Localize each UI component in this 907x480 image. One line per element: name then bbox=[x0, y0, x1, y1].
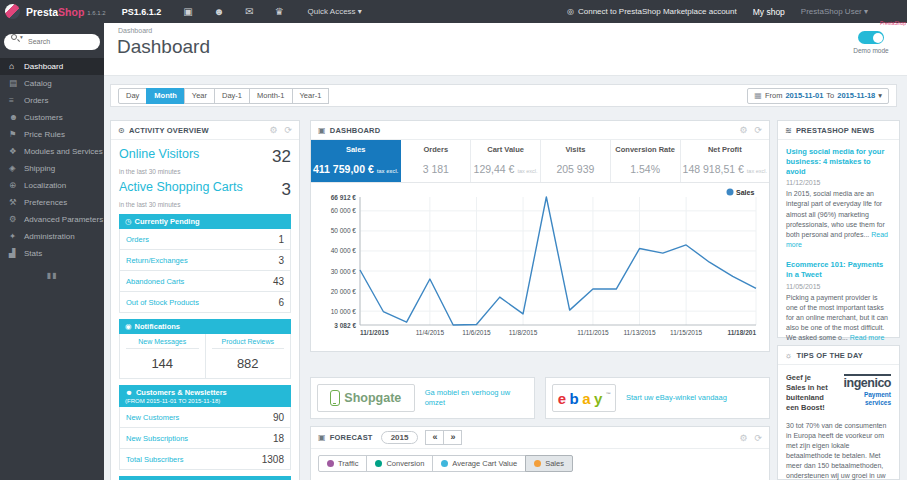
demo-mode-toggle[interactable] bbox=[858, 31, 884, 44]
clock-icon: ◷ bbox=[125, 217, 132, 226]
search-scope-caret-icon[interactable]: ▾ bbox=[20, 34, 23, 40]
online-visitors-link[interactable]: Online Visitors bbox=[119, 147, 199, 167]
kpi-tab-sales[interactable]: Sales411 759,00 € tax excl. bbox=[311, 140, 401, 182]
sidebar-item-catalog[interactable]: ▤Catalog bbox=[0, 75, 104, 92]
avatar[interactable]: PrestaShop bbox=[884, 2, 903, 21]
sidebar-item-modules[interactable]: ❖Modules and Services bbox=[0, 143, 104, 160]
news-article-title-link[interactable]: Using social media for your business: 4 … bbox=[786, 147, 891, 176]
news-article-excerpt: In 2015, social media are an integral pa… bbox=[786, 189, 891, 250]
abandoned-carts-row[interactable]: Abandoned Carts43 bbox=[120, 270, 290, 291]
range-day-1-button[interactable]: Day-1 bbox=[214, 88, 250, 104]
forecast-panel: ▣FORECAST 2015 « » ⚙⟳ Traffic Conversion… bbox=[310, 426, 770, 480]
gear-icon[interactable]: ⚙ bbox=[739, 433, 747, 443]
sidebar-item-label: Stats bbox=[24, 249, 42, 258]
version-label: 1.6.1.2 bbox=[87, 10, 105, 16]
legend-conversion-button[interactable]: Conversion bbox=[366, 455, 433, 472]
forecast-prev-button[interactable]: « bbox=[425, 430, 444, 445]
demo-mode-label: Demo mode bbox=[845, 47, 897, 54]
pending-returns-row[interactable]: Return/Exchanges3 bbox=[120, 249, 290, 270]
news-article-title-link[interactable]: Ecommerce 101: Payments in a Tweet bbox=[786, 260, 891, 280]
kpi-tab-conversion-rate[interactable]: Conversion Rate1.54% bbox=[611, 140, 681, 182]
shop-name[interactable]: PS1.6.1.2 bbox=[122, 7, 162, 17]
customers-icon[interactable]: ☻ bbox=[214, 6, 225, 17]
shopgate-logo[interactable]: Shopgate bbox=[317, 384, 415, 412]
kpi-tab-orders[interactable]: Orders3 181 bbox=[401, 140, 471, 182]
localization-icon: ⊕ bbox=[9, 180, 24, 190]
sidebar-item-preferences[interactable]: ⚒Preferences bbox=[0, 194, 104, 211]
ebay-logo[interactable]: ebay™ bbox=[552, 384, 616, 412]
phone-icon bbox=[330, 390, 340, 406]
out-of-stock-row[interactable]: Out of Stock Products6 bbox=[120, 291, 290, 312]
legend-sales-button[interactable]: Sales bbox=[525, 455, 573, 472]
refresh-icon[interactable]: ⟳ bbox=[754, 433, 762, 443]
svg-text:10 000 €: 10 000 € bbox=[331, 308, 357, 315]
sidebar-item-label: Catalog bbox=[24, 79, 52, 88]
panel-title: DASHBOARD bbox=[330, 126, 381, 135]
collapse-menu-icon[interactable]: ▮▮ bbox=[0, 271, 104, 280]
sidebar-item-stats[interactable]: ▟Stats bbox=[0, 245, 104, 262]
refresh-icon[interactable]: ⟳ bbox=[754, 125, 762, 135]
range-year-button[interactable]: Year bbox=[184, 88, 215, 104]
panel-title: FORECAST bbox=[330, 433, 373, 442]
sidebar-item-label: Customers bbox=[24, 113, 63, 122]
refresh-icon[interactable]: ⟳ bbox=[284, 125, 292, 135]
ebay-link[interactable]: Start uw eBay-winkel vandaag bbox=[626, 393, 727, 403]
range-year-1-button[interactable]: Year-1 bbox=[292, 88, 330, 104]
range-month-button[interactable]: Month bbox=[146, 88, 185, 104]
stats-icon: ▟ bbox=[9, 248, 24, 258]
total-subscribers-row[interactable]: Total Subscribers1308 bbox=[120, 448, 290, 469]
prestashop-logo[interactable]: PrestaShop bbox=[26, 6, 84, 18]
sidebar-item-customers[interactable]: ☻Customers bbox=[0, 109, 104, 126]
forecast-next-button[interactable]: » bbox=[443, 430, 462, 445]
legend-average-cart-value-button[interactable]: Average Cart Value bbox=[432, 455, 526, 472]
prestashop-logo-icon[interactable] bbox=[5, 4, 20, 19]
svg-text:11/1/2015: 11/1/2015 bbox=[360, 329, 389, 336]
gear-icon[interactable]: ⚙ bbox=[739, 125, 747, 135]
legend-traffic-button[interactable]: Traffic bbox=[318, 455, 367, 472]
kpi-tab-visits[interactable]: Visits205 939 bbox=[541, 140, 611, 182]
news-article-date: 11/12/2015 bbox=[786, 179, 891, 186]
read-more-link[interactable]: Read more bbox=[850, 334, 885, 341]
date-range-picker[interactable]: ▦ From 2015-11-01 To 2015-11-18 ▾ bbox=[747, 88, 889, 104]
messages-icon[interactable]: ✉ bbox=[245, 6, 253, 17]
sidebar-item-shipping[interactable]: ◈Shipping bbox=[0, 160, 104, 177]
cart-icon[interactable]: ▣ bbox=[183, 6, 192, 17]
sidebar-item-dashboard[interactable]: ⌂Dashboard bbox=[0, 58, 104, 75]
breadcrumb[interactable]: Dashboard bbox=[118, 27, 152, 34]
kpi-tabs: Sales411 759,00 € tax excl. Orders3 181 … bbox=[311, 140, 769, 183]
kpi-tab-cart-value[interactable]: Cart Value129,44 € tax excl. bbox=[471, 140, 541, 182]
panel-title: ACTIVITY OVERVIEW bbox=[129, 126, 209, 135]
my-shop-link[interactable]: My shop bbox=[753, 7, 785, 17]
ingenico-logo[interactable]: ingenico Payment services bbox=[837, 373, 891, 414]
conversion-dot-icon bbox=[375, 460, 382, 467]
user-menu[interactable]: PrestaShop User ▾ bbox=[801, 7, 868, 16]
active-carts-link[interactable]: Active Shopping Carts bbox=[119, 180, 243, 200]
bell-icon: ◉ bbox=[125, 322, 132, 331]
dashboard-icon: ⌂ bbox=[9, 61, 24, 71]
sidebar-item-price-rules[interactable]: ⚑Price Rules bbox=[0, 126, 104, 143]
panel-title: TIPS OF THE DAY bbox=[797, 351, 863, 360]
kpi-tab-net-profit[interactable]: Net Profit148 918,51 € tax excl. bbox=[681, 140, 769, 182]
to-label: To bbox=[826, 91, 834, 100]
quick-access-menu[interactable]: Quick Access ▾ bbox=[308, 7, 362, 16]
activity-icon: ⊙ bbox=[118, 126, 125, 135]
new-subscriptions-row[interactable]: New Subscriptions18 bbox=[120, 427, 290, 448]
sidebar-item-localization[interactable]: ⊕Localization bbox=[0, 177, 104, 194]
trophy-icon[interactable]: ♛ bbox=[275, 6, 284, 17]
range-month-1-button[interactable]: Month-1 bbox=[249, 88, 293, 104]
shopgate-link[interactable]: Ga mobiel en verhoog uw omzet bbox=[425, 388, 528, 408]
gear-icon[interactable]: ⚙ bbox=[269, 125, 277, 135]
product-reviews-cell[interactable]: Product Reviews882 bbox=[205, 334, 291, 378]
sidebar-item-advanced-parameters[interactable]: ⚙Advanced Parameters bbox=[0, 211, 104, 228]
sidebar-item-administration[interactable]: ✦Administration bbox=[0, 228, 104, 245]
from-date: 2015-11-01 bbox=[785, 91, 823, 100]
marketplace-link[interactable]: ◎Connect to PrestaShop Marketplace accou… bbox=[567, 7, 737, 16]
new-customers-row[interactable]: New Customers90 bbox=[120, 407, 290, 427]
marketplace-icon: ◎ bbox=[567, 7, 574, 16]
sidebar-item-orders[interactable]: ≡Orders bbox=[0, 92, 104, 109]
page-header: Dashboard Dashboard Demo mode ? Help bbox=[104, 23, 907, 76]
pending-orders-row[interactable]: Orders1 bbox=[120, 229, 290, 249]
range-day-button[interactable]: Day bbox=[118, 88, 147, 104]
svg-text:66 912 €: 66 912 € bbox=[331, 194, 357, 201]
new-messages-cell[interactable]: New Messages144 bbox=[120, 334, 205, 378]
